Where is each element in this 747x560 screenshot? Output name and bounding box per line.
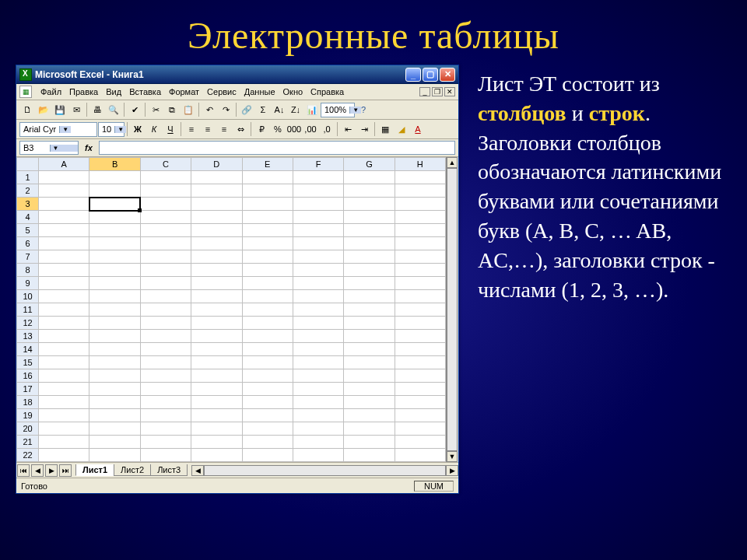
cell-H10[interactable] [395,290,445,303]
cell-E13[interactable] [242,330,293,343]
cell-F5[interactable] [293,224,343,237]
cell-B16[interactable] [89,369,140,383]
cell-D20[interactable] [191,422,242,436]
cell-F14[interactable] [293,343,343,356]
row-header-6[interactable]: 6 [17,237,39,250]
cell-E11[interactable] [242,303,293,317]
row-header-13[interactable]: 13 [17,330,39,343]
cell-E9[interactable] [242,277,293,290]
indent-left-icon[interactable]: ⇤ [340,121,356,137]
menu-edit[interactable]: Правка [65,86,102,98]
paste-icon[interactable]: 📋 [181,102,196,117]
cell-B17[interactable] [89,383,140,396]
cell-E2[interactable] [242,184,293,198]
cell-F17[interactable] [293,383,343,396]
cell-E21[interactable] [242,436,293,449]
cell-G19[interactable] [344,409,395,422]
cell-D12[interactable] [191,317,242,330]
cell-D2[interactable] [191,184,242,198]
spreadsheet-grid[interactable]: ABCDEFGH12345678910111213141516171819202… [16,157,446,462]
zoom-dropdown[interactable]: 100% ▼ [321,103,355,117]
cell-A1[interactable] [39,171,89,184]
cell-C21[interactable] [140,436,191,449]
cell-A22[interactable] [39,449,89,462]
cell-F3[interactable] [293,198,343,211]
redo-icon[interactable]: ↷ [218,102,233,117]
fx-icon[interactable]: fx [82,143,96,152]
cell-D5[interactable] [191,224,242,237]
cell-G8[interactable] [344,264,395,277]
cell-D14[interactable] [191,343,242,356]
cell-F4[interactable] [293,211,343,224]
col-header-B[interactable]: B [89,158,140,171]
undo-icon[interactable]: ↶ [202,102,217,117]
col-header-C[interactable]: C [140,158,191,171]
align-right-icon[interactable]: ≡ [216,121,232,137]
cell-D18[interactable] [191,396,242,409]
cell-D22[interactable] [191,449,242,462]
cell-E8[interactable] [242,264,293,277]
cell-H4[interactable] [395,211,445,224]
cell-F11[interactable] [293,303,343,317]
cell-E7[interactable] [242,250,293,264]
mdi-restore-button[interactable]: ❐ [432,87,443,96]
row-header-12[interactable]: 12 [17,317,39,330]
cell-E17[interactable] [242,383,293,396]
cell-G5[interactable] [344,224,395,237]
chart-icon[interactable]: 📊 [304,102,320,117]
cell-H22[interactable] [395,449,445,462]
menu-window[interactable]: Окно [279,86,307,98]
cell-B4[interactable] [89,211,140,224]
formula-input[interactable] [99,141,455,155]
row-header-20[interactable]: 20 [17,422,39,436]
underline-icon[interactable]: Ч [163,121,178,137]
cell-B11[interactable] [89,303,140,317]
sort-desc-icon[interactable]: Z↓ [288,102,303,117]
cell-H18[interactable] [395,396,445,409]
cell-G1[interactable] [344,171,395,184]
cell-B12[interactable] [89,317,140,330]
cell-B13[interactable] [89,330,140,343]
scroll-track[interactable] [447,168,458,451]
cell-A8[interactable] [39,264,89,277]
cell-C9[interactable] [140,277,191,290]
cell-E16[interactable] [242,369,293,383]
cell-G18[interactable] [344,396,395,409]
menu-format[interactable]: Формат [165,86,203,98]
minimize-button[interactable]: _ [405,68,421,82]
cell-A6[interactable] [39,237,89,250]
cell-F1[interactable] [293,171,343,184]
cell-G9[interactable] [344,277,395,290]
cell-G21[interactable] [344,436,395,449]
cell-E22[interactable] [242,449,293,462]
cell-E12[interactable] [242,317,293,330]
autosum-icon[interactable]: Σ [255,102,271,117]
cell-A4[interactable] [39,211,89,224]
cell-F10[interactable] [293,290,343,303]
cell-H1[interactable] [395,171,445,184]
cell-C4[interactable] [140,211,191,224]
sheet-tab-1[interactable]: Лист1 [75,464,114,476]
cell-C12[interactable] [140,317,191,330]
cell-H13[interactable] [395,330,445,343]
menu-file[interactable]: Файл [37,86,65,98]
cell-H19[interactable] [395,409,445,422]
hscroll-track[interactable] [204,465,446,476]
cell-G6[interactable] [344,237,395,250]
cell-D21[interactable] [191,436,242,449]
cell-B8[interactable] [89,264,140,277]
cell-C14[interactable] [140,343,191,356]
cell-A10[interactable] [39,290,89,303]
cell-B10[interactable] [89,290,140,303]
row-header-9[interactable]: 9 [17,277,39,290]
cell-B5[interactable] [89,224,140,237]
mail-icon[interactable]: ✉ [68,102,84,117]
sheet-tab-3[interactable]: Лист3 [150,464,188,476]
col-header-D[interactable]: D [191,158,242,171]
row-header-3[interactable]: 3 [17,198,39,211]
cell-C19[interactable] [140,409,191,422]
cell-F6[interactable] [293,237,343,250]
cell-H16[interactable] [395,369,445,383]
sheet-tab-2[interactable]: Лист2 [114,464,151,476]
cell-D3[interactable] [191,198,242,211]
